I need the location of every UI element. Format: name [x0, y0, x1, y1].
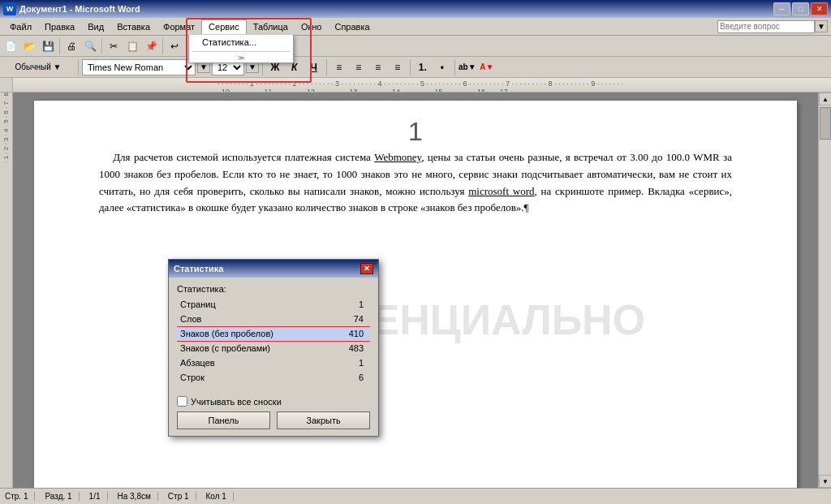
maximize-button[interactable]: □	[792, 2, 809, 15]
align-left-button[interactable]: ≡	[330, 58, 348, 76]
dialog-close-button[interactable]: ✕	[360, 263, 373, 274]
paragraph-text: Для расчетов системой используется плате…	[99, 151, 732, 213]
stats-row-chars-no-spaces: Знаков (без пробелов) 410	[177, 326, 370, 341]
font-color-button[interactable]: A▼	[478, 58, 496, 76]
ruler-corner	[0, 78, 13, 93]
search-dropdown-icon[interactable]: ▼	[815, 20, 828, 32]
stats-value-chars-no-spaces: 410	[328, 326, 370, 341]
toolbar-sep-1	[59, 38, 60, 54]
status-bar: Стр. 1 Разд. 1 1/1 На 3,8см Стр 1 Кол 1	[0, 488, 831, 504]
stats-value-lines: 6	[328, 370, 370, 385]
status-position: На 3,8см	[118, 492, 158, 501]
status-page: Стр. 1	[5, 492, 35, 501]
align-right-button[interactable]: ≡	[369, 58, 387, 76]
window-title: Документ1 - Microsoft Word	[19, 4, 140, 14]
underline-button[interactable]: Ч	[305, 58, 323, 76]
fmt-sep-4	[410, 59, 411, 75]
font-name-select[interactable]: Times New Roman	[82, 59, 196, 75]
preview-button[interactable]: 🔍	[81, 37, 99, 55]
horizontal-ruler: · · · · · · · · 1 · · · · · · · · · 2 · …	[0, 78, 831, 93]
stats-label-chars-spaces: Знаков (с пробелами)	[177, 341, 328, 355]
stats-row-paragraphs: Абзацев 1	[177, 355, 370, 370]
title-bar: W Документ1 - Microsoft Word ─ □ ✕	[0, 0, 831, 18]
dropdown-more-arrow[interactable]: ≫	[189, 54, 293, 62]
status-col: Кол 1	[206, 492, 234, 501]
dialog-section-label: Статистика:	[177, 284, 370, 294]
document-text: Для расчетов системой используется плате…	[99, 149, 732, 217]
menu-window[interactable]: Окно	[295, 20, 329, 33]
search-input[interactable]	[717, 20, 815, 33]
menu-view[interactable]: Вид	[81, 20, 110, 33]
toolbar-sep-2	[101, 38, 102, 54]
scroll-down-button[interactable]: ▼	[819, 475, 831, 488]
vertical-scrollbar[interactable]: ▲ ▼	[818, 93, 831, 488]
bullets-button[interactable]: •	[433, 58, 451, 76]
dropdown-statistics[interactable]: Статистика...	[189, 35, 293, 50]
status-section: Разд. 1	[45, 492, 79, 501]
menu-edit[interactable]: Правка	[38, 20, 81, 33]
stats-row-words: Слов 74	[177, 312, 370, 326]
panel-button[interactable]: Панель	[177, 411, 270, 429]
open-button[interactable]: 📂	[20, 37, 38, 55]
dialog-footer: Учитывать все сноски Панель Закрыть	[169, 391, 378, 436]
highlight-button[interactable]: ab▼	[459, 58, 476, 76]
menu-bar: Файл Правка Вид Вставка Формат Сервис Та…	[0, 18, 831, 36]
scroll-thumb[interactable]	[820, 107, 831, 140]
menu-search-area: ▼	[717, 20, 828, 33]
numbering-button[interactable]: 1.	[414, 58, 432, 76]
save-button[interactable]: 💾	[39, 37, 57, 55]
app-icon: W	[3, 2, 16, 15]
close-button[interactable]: ✕	[811, 2, 828, 15]
ruler-body: · · · · · · · · 1 · · · · · · · · · 2 · …	[13, 78, 831, 92]
include-footnotes-checkbox[interactable]	[177, 396, 187, 407]
print-button[interactable]: 🖨	[62, 37, 80, 55]
stats-value-chars-spaces: 483	[328, 341, 370, 355]
main-container: · 1 · 2 · 3 · 4 · 5 · 6 · 7 · 8 1 КОНФИД…	[0, 93, 831, 488]
status-pages: 1/1	[89, 492, 108, 501]
fmt-sep-5	[454, 59, 455, 75]
dialog-close-btn[interactable]: Закрыть	[277, 411, 370, 429]
align-justify-button[interactable]: ≡	[389, 58, 407, 76]
paste-button[interactable]: 📌	[142, 37, 160, 55]
dialog-title-bar: Статистика ✕	[169, 260, 378, 278]
dialog-body: Статистика: Страниц 1 Слов 74 Знаков (бе…	[169, 278, 378, 391]
menu-insert[interactable]: Вставка	[110, 20, 157, 33]
stats-table: Страниц 1 Слов 74 Знаков (без пробелов) …	[177, 297, 370, 385]
dialog-button-row: Панель Закрыть	[177, 411, 370, 429]
status-line: Стр 1	[168, 492, 196, 501]
menu-service[interactable]: Сервис	[201, 19, 247, 34]
fmt-sep-3	[326, 59, 327, 75]
new-button[interactable]: 📄	[2, 37, 19, 55]
copy-button[interactable]: 📋	[123, 37, 141, 55]
scroll-up-button[interactable]: ▲	[819, 93, 831, 106]
service-dropdown: Статистика... ≫	[188, 35, 294, 63]
statistics-dialog[interactable]: Статистика ✕ Статистика: Страниц 1 Слов …	[168, 259, 379, 437]
standard-toolbar: 📄 📂 💾 🖨 🔍 ✂ 📋 📌 ↩ ↪ ⊞ 📊 100% ▼	[0, 36, 831, 57]
document-page: 1 КОНФИДЕНЦИАЛЬНО Для расчетов системой …	[34, 101, 797, 488]
undo-button[interactable]: ↩	[166, 37, 183, 55]
dropdown-separator	[192, 51, 290, 52]
stats-label-pages: Страниц	[177, 297, 328, 312]
align-center-button[interactable]: ≡	[350, 58, 368, 76]
stats-value-words: 74	[328, 312, 370, 326]
scroll-track[interactable]	[819, 106, 831, 475]
stats-row-chars-spaces: Знаков (с пробелами) 483	[177, 341, 370, 355]
page-number-marker: 1	[408, 117, 423, 147]
toolbar-sep-3	[162, 38, 163, 54]
menu-file[interactable]: Файл	[3, 20, 38, 33]
stats-label-lines: Строк	[177, 370, 328, 385]
stats-row-lines: Строк 6	[177, 370, 370, 385]
stats-row-pages: Страниц 1	[177, 297, 370, 312]
menu-format[interactable]: Формат	[157, 20, 201, 33]
vertical-ruler: · 1 · 2 · 3 · 4 · 5 · 6 · 7 · 8	[0, 93, 13, 488]
cut-button[interactable]: ✂	[105, 37, 123, 55]
fmt-sep-1	[78, 59, 79, 75]
stats-value-pages: 1	[328, 297, 370, 312]
menu-table[interactable]: Таблица	[247, 20, 295, 33]
styles-dropdown[interactable]: Обычный ▼	[2, 58, 75, 76]
menu-help[interactable]: Справка	[328, 20, 376, 33]
checkbox-row: Учитывать все сноски	[177, 396, 370, 407]
msword-link: microsoft word	[468, 185, 534, 197]
minimize-button[interactable]: ─	[773, 2, 790, 15]
document-area: 1 КОНФИДЕНЦИАЛЬНО Для расчетов системой …	[13, 93, 818, 488]
